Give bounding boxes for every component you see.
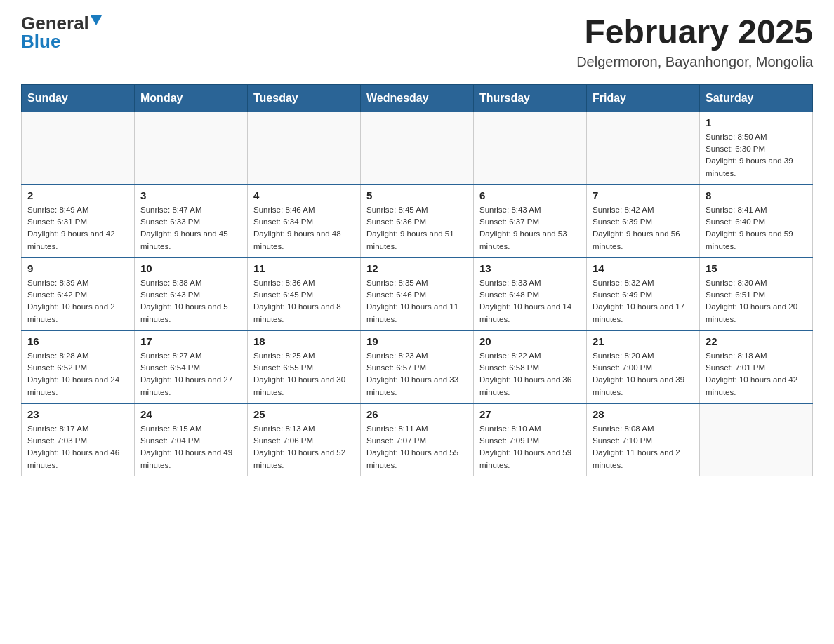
calendar-cell: 16Sunrise: 8:28 AMSunset: 6:52 PMDayligh…: [22, 330, 135, 403]
day-number: 19: [366, 335, 468, 347]
day-number: 28: [593, 408, 694, 420]
day-info: Sunrise: 8:27 AMSunset: 6:54 PMDaylight:…: [140, 350, 241, 398]
weekday-header-sunday: Sunday: [22, 84, 135, 112]
calendar-cell: 4Sunrise: 8:46 AMSunset: 6:34 PMDaylight…: [248, 185, 361, 257]
day-number: 18: [253, 335, 355, 347]
day-number: 25: [253, 408, 355, 420]
day-number: 1: [706, 116, 807, 128]
day-info: Sunrise: 8:18 AMSunset: 7:01 PMDaylight:…: [706, 350, 807, 398]
calendar-cell: 19Sunrise: 8:23 AMSunset: 6:57 PMDayligh…: [361, 330, 474, 403]
calendar-cell: 22Sunrise: 8:18 AMSunset: 7:01 PMDayligh…: [700, 330, 813, 403]
week-row-5: 23Sunrise: 8:17 AMSunset: 7:03 PMDayligh…: [22, 403, 813, 476]
weekday-header-row: SundayMondayTuesdayWednesdayThursdayFrid…: [22, 84, 813, 112]
day-number: 23: [27, 408, 128, 420]
day-number: 4: [253, 189, 355, 201]
calendar-cell: 27Sunrise: 8:10 AMSunset: 7:09 PMDayligh…: [474, 403, 587, 476]
day-number: 15: [706, 262, 807, 274]
location-text: Delgermoron, Bayanhongor, Mongolia: [576, 54, 813, 70]
calendar-cell: 10Sunrise: 8:38 AMSunset: 6:43 PMDayligh…: [135, 257, 248, 330]
week-row-4: 16Sunrise: 8:28 AMSunset: 6:52 PMDayligh…: [22, 330, 813, 403]
week-row-1: 1Sunrise: 8:50 AMSunset: 6:30 PMDaylight…: [22, 112, 813, 185]
calendar-cell: 8Sunrise: 8:41 AMSunset: 6:40 PMDaylight…: [700, 185, 813, 257]
day-number: 3: [140, 189, 241, 201]
weekday-header-wednesday: Wednesday: [361, 84, 474, 112]
week-row-3: 9Sunrise: 8:39 AMSunset: 6:42 PMDaylight…: [22, 257, 813, 330]
day-info: Sunrise: 8:46 AMSunset: 6:34 PMDaylight:…: [253, 204, 355, 253]
calendar-cell: 18Sunrise: 8:25 AMSunset: 6:55 PMDayligh…: [248, 330, 361, 403]
day-info: Sunrise: 8:22 AMSunset: 6:58 PMDaylight:…: [479, 350, 581, 398]
day-info: Sunrise: 8:08 AMSunset: 7:10 PMDaylight:…: [593, 423, 694, 471]
day-number: 9: [27, 262, 128, 274]
calendar-cell: 7Sunrise: 8:42 AMSunset: 6:39 PMDaylight…: [587, 185, 700, 257]
day-number: 13: [479, 262, 581, 274]
day-info: Sunrise: 8:45 AMSunset: 6:36 PMDaylight:…: [366, 204, 468, 253]
calendar-cell: [587, 112, 700, 185]
day-number: 16: [27, 335, 128, 347]
calendar-cell: [135, 112, 248, 185]
day-number: 8: [706, 189, 807, 201]
weekday-header-friday: Friday: [587, 84, 700, 112]
day-info: Sunrise: 8:10 AMSunset: 7:09 PMDaylight:…: [479, 423, 581, 471]
day-info: Sunrise: 8:25 AMSunset: 6:55 PMDaylight:…: [253, 350, 355, 398]
day-info: Sunrise: 8:11 AMSunset: 7:07 PMDaylight:…: [366, 423, 468, 471]
day-info: Sunrise: 8:49 AMSunset: 6:31 PMDaylight:…: [27, 204, 128, 253]
day-number: 20: [479, 335, 581, 347]
day-number: 17: [140, 335, 241, 347]
month-title: February 2025: [576, 14, 813, 51]
day-number: 22: [706, 335, 807, 347]
calendar-cell: [248, 112, 361, 185]
day-info: Sunrise: 8:23 AMSunset: 6:57 PMDaylight:…: [366, 350, 468, 398]
day-info: Sunrise: 8:35 AMSunset: 6:46 PMDaylight:…: [366, 277, 468, 326]
weekday-header-thursday: Thursday: [474, 84, 587, 112]
day-number: 6: [479, 189, 581, 201]
calendar-cell: 3Sunrise: 8:47 AMSunset: 6:33 PMDaylight…: [135, 185, 248, 257]
day-number: 7: [593, 189, 694, 201]
day-number: 21: [593, 335, 694, 347]
title-section: February 2025 Delgermoron, Bayanhongor, …: [576, 14, 813, 70]
week-row-2: 2Sunrise: 8:49 AMSunset: 6:31 PMDaylight…: [22, 185, 813, 257]
calendar-cell: 9Sunrise: 8:39 AMSunset: 6:42 PMDaylight…: [22, 257, 135, 330]
calendar-cell: 20Sunrise: 8:22 AMSunset: 6:58 PMDayligh…: [474, 330, 587, 403]
calendar-cell: 13Sunrise: 8:33 AMSunset: 6:48 PMDayligh…: [474, 257, 587, 330]
day-info: Sunrise: 8:15 AMSunset: 7:04 PMDaylight:…: [140, 423, 241, 471]
day-number: 26: [366, 408, 468, 420]
calendar-cell: 24Sunrise: 8:15 AMSunset: 7:04 PMDayligh…: [135, 403, 248, 476]
day-info: Sunrise: 8:33 AMSunset: 6:48 PMDaylight:…: [479, 277, 581, 326]
calendar-cell: 17Sunrise: 8:27 AMSunset: 6:54 PMDayligh…: [135, 330, 248, 403]
day-number: 27: [479, 408, 581, 420]
logo-triangle-icon: [91, 15, 102, 25]
calendar-cell: [474, 112, 587, 185]
weekday-header-tuesday: Tuesday: [248, 84, 361, 112]
calendar-cell: 1Sunrise: 8:50 AMSunset: 6:30 PMDaylight…: [700, 112, 813, 185]
weekday-header-saturday: Saturday: [700, 84, 813, 112]
day-info: Sunrise: 8:20 AMSunset: 7:00 PMDaylight:…: [593, 350, 694, 398]
calendar-cell: 21Sunrise: 8:20 AMSunset: 7:00 PMDayligh…: [587, 330, 700, 403]
day-info: Sunrise: 8:32 AMSunset: 6:49 PMDaylight:…: [593, 277, 694, 326]
calendar-cell: 28Sunrise: 8:08 AMSunset: 7:10 PMDayligh…: [587, 403, 700, 476]
calendar-cell: 23Sunrise: 8:17 AMSunset: 7:03 PMDayligh…: [22, 403, 135, 476]
calendar-cell: 2Sunrise: 8:49 AMSunset: 6:31 PMDaylight…: [22, 185, 135, 257]
day-number: 10: [140, 262, 241, 274]
day-info: Sunrise: 8:41 AMSunset: 6:40 PMDaylight:…: [706, 204, 807, 253]
day-info: Sunrise: 8:39 AMSunset: 6:42 PMDaylight:…: [27, 277, 128, 326]
page-header: General Blue February 2025 Delgermoron, …: [21, 14, 813, 70]
day-info: Sunrise: 8:43 AMSunset: 6:37 PMDaylight:…: [479, 204, 581, 253]
logo-general-text: General: [21, 14, 89, 32]
day-info: Sunrise: 8:47 AMSunset: 6:33 PMDaylight:…: [140, 204, 241, 253]
day-info: Sunrise: 8:30 AMSunset: 6:51 PMDaylight:…: [706, 277, 807, 326]
day-info: Sunrise: 8:38 AMSunset: 6:43 PMDaylight:…: [140, 277, 241, 326]
logo: General Blue: [21, 14, 102, 51]
calendar-cell: 15Sunrise: 8:30 AMSunset: 6:51 PMDayligh…: [700, 257, 813, 330]
calendar-cell: [361, 112, 474, 185]
calendar-cell: 6Sunrise: 8:43 AMSunset: 6:37 PMDaylight…: [474, 185, 587, 257]
day-info: Sunrise: 8:17 AMSunset: 7:03 PMDaylight:…: [27, 423, 128, 471]
calendar-cell: 5Sunrise: 8:45 AMSunset: 6:36 PMDaylight…: [361, 185, 474, 257]
calendar-cell: 14Sunrise: 8:32 AMSunset: 6:49 PMDayligh…: [587, 257, 700, 330]
day-info: Sunrise: 8:13 AMSunset: 7:06 PMDaylight:…: [253, 423, 355, 471]
day-info: Sunrise: 8:42 AMSunset: 6:39 PMDaylight:…: [593, 204, 694, 253]
day-number: 12: [366, 262, 468, 274]
day-number: 24: [140, 408, 241, 420]
calendar-cell: 12Sunrise: 8:35 AMSunset: 6:46 PMDayligh…: [361, 257, 474, 330]
calendar-table: SundayMondayTuesdayWednesdayThursdayFrid…: [21, 84, 813, 476]
calendar-cell: 26Sunrise: 8:11 AMSunset: 7:07 PMDayligh…: [361, 403, 474, 476]
